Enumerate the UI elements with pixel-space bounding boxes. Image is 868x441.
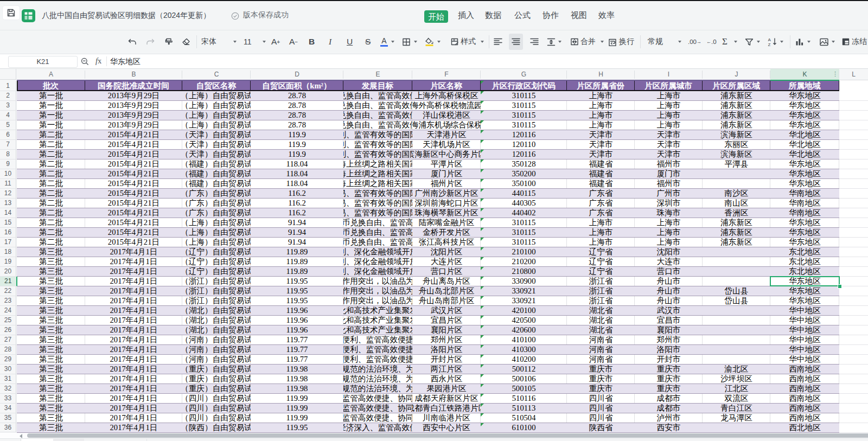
svg-text:Z: Z: [768, 42, 771, 47]
